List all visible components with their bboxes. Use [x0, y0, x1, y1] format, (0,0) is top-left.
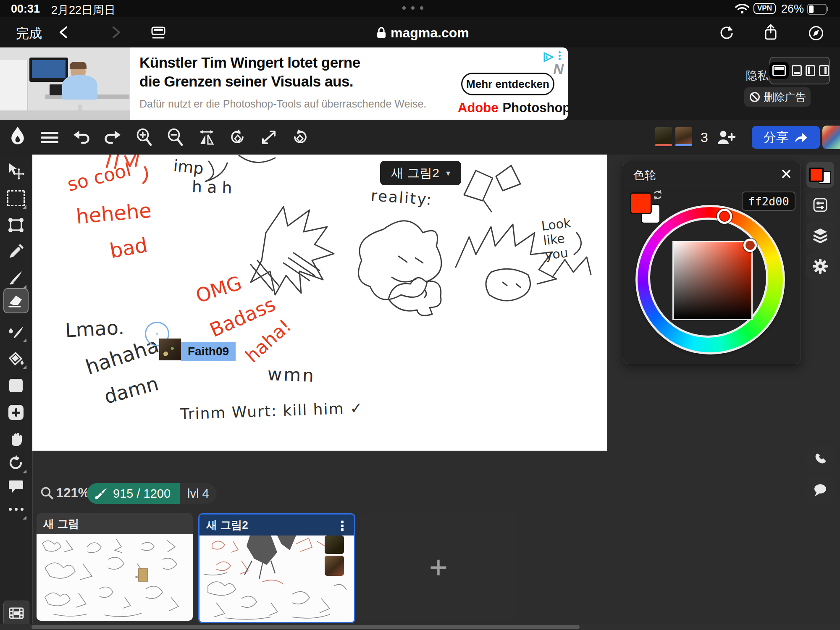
compass-icon[interactable] [808, 25, 824, 41]
fullscreen-button[interactable] [257, 126, 281, 149]
ink-level: lvl 4 [187, 487, 209, 501]
block-icon [749, 92, 760, 102]
panel-title: 色轮 [633, 168, 656, 183]
zoom-level[interactable]: 121% [56, 486, 89, 501]
layout-bottom-option[interactable] [792, 65, 802, 76]
done-button[interactable]: 完成 [16, 25, 42, 42]
magma-logo[interactable] [6, 126, 29, 149]
ad-cta-button[interactable]: Mehr entdecken [461, 73, 554, 95]
zoom-level-icon [40, 486, 54, 500]
gear-icon [812, 258, 828, 274]
tab-bar-icon[interactable] [150, 26, 166, 39]
select-tool[interactable] [4, 186, 28, 210]
clock: 00:31 [11, 3, 40, 16]
page-menu-button[interactable]: ⋮ [336, 518, 349, 534]
canvas-note: wmn [267, 364, 316, 386]
color-wheel-panel: 色轮 ff2d00 [623, 161, 801, 364]
share-button[interactable]: 分享 [752, 126, 820, 149]
page-selector-dropdown[interactable]: 새 그림2 ▾ [380, 161, 461, 185]
rotate-ccw-button[interactable] [226, 126, 249, 149]
browser-toolbar: 完成 magma.com [0, 17, 840, 48]
battery-icon [807, 4, 827, 15]
more-tools[interactable] [4, 497, 28, 521]
address-bar[interactable]: magma.com [391, 25, 469, 41]
privacy-label: 隐私 [746, 68, 769, 83]
invite-button[interactable] [714, 126, 738, 149]
page-thumbnail [37, 534, 193, 621]
app-toolbar: 3 分享 [0, 120, 840, 155]
layout-right-option[interactable] [819, 65, 829, 76]
ink-brush-icon [94, 488, 108, 499]
adchoices-icon[interactable] [542, 52, 554, 63]
drawing-canvas[interactable]: so cool imp h a h hehehe bad reality: OM… [32, 155, 607, 451]
share-icon[interactable] [764, 24, 778, 41]
wifi-icon [735, 4, 749, 14]
page-tile-1[interactable]: 새 그림 [37, 513, 193, 621]
lock-icon [376, 27, 387, 39]
ink-meter[interactable]: 915 / 1200 lvl 4 [87, 483, 217, 504]
phone-icon [813, 452, 827, 466]
zoom-in-button[interactable] [133, 126, 156, 149]
reset-rotation-tool[interactable] [4, 451, 28, 475]
layers-icon [812, 228, 829, 244]
share-arrow-icon [794, 131, 808, 143]
color-panel-toggle[interactable] [806, 162, 834, 188]
add-element-tool[interactable] [4, 401, 28, 424]
hex-color-input[interactable]: ff2d00 [742, 192, 795, 211]
user-avatar[interactable] [822, 126, 840, 149]
page-name: 새 그림 [43, 517, 79, 531]
collaborator-avatar[interactable] [675, 127, 692, 144]
saturation-value-square[interactable] [672, 241, 753, 320]
voice-call-button[interactable] [806, 446, 834, 472]
battery-percent: 26% [781, 3, 804, 16]
close-icon[interactable] [781, 169, 791, 179]
settings-button[interactable] [806, 253, 834, 279]
chat-button[interactable] [806, 477, 834, 503]
blend-tool[interactable] [4, 320, 28, 344]
layout-top-option[interactable] [770, 63, 788, 78]
menu-button[interactable] [38, 126, 61, 149]
reload-icon[interactable] [719, 25, 734, 40]
redo-button[interactable] [101, 126, 124, 149]
film-icon [9, 607, 24, 620]
date: 2月22日周日 [51, 3, 116, 18]
thumbnail-avatar [325, 536, 344, 554]
hue-marker[interactable] [717, 209, 732, 224]
flip-canvas-button[interactable] [195, 126, 218, 149]
remove-ads-button[interactable]: 删除广告 [744, 87, 811, 107]
ad-card[interactable]: Künstler Tim Wingert lotet gerne die Gre… [0, 47, 568, 120]
timelapse-button[interactable] [3, 601, 29, 626]
layout-switcher [769, 57, 830, 84]
back-button-icon[interactable] [58, 26, 69, 39]
move-tool[interactable] [4, 160, 28, 183]
transform-tool[interactable] [4, 213, 28, 237]
canvas-note: imp [173, 156, 205, 178]
eyedropper-tool[interactable] [4, 240, 28, 263]
brush-tool[interactable] [4, 266, 28, 290]
chevron-down-icon: ▾ [446, 168, 450, 178]
canvas-note: h a h [192, 177, 232, 197]
chat-bubble-icon [813, 483, 828, 497]
page-tile-2-selected[interactable]: 새 그림2 ⋮ [198, 513, 355, 623]
forward-button-icon[interactable] [111, 26, 122, 39]
saturation-value-marker[interactable] [743, 239, 757, 252]
undo-button[interactable] [70, 126, 93, 149]
pan-tool[interactable] [4, 427, 28, 450]
sliders-icon [812, 197, 828, 213]
layers-button[interactable] [806, 223, 834, 249]
shape-tool[interactable] [4, 374, 28, 397]
swap-colors-icon[interactable] [652, 189, 664, 201]
adjustments-button[interactable] [806, 192, 834, 218]
fill-tool[interactable] [4, 347, 28, 370]
collaborator-avatar[interactable] [655, 127, 672, 144]
rotate-cw-button[interactable] [288, 126, 312, 149]
layout-left-option[interactable] [806, 65, 816, 76]
add-page-tile[interactable]: + [360, 513, 517, 621]
canvas-note: Look like you [541, 213, 592, 263]
primary-color-swatch[interactable] [630, 192, 652, 214]
page-thumbnail [200, 536, 354, 622]
comment-tool[interactable] [4, 475, 28, 498]
eraser-tool-selected[interactable] [3, 288, 29, 313]
zoom-out-button[interactable] [164, 126, 187, 149]
horizontal-scrollbar-thumb[interactable] [32, 625, 580, 629]
